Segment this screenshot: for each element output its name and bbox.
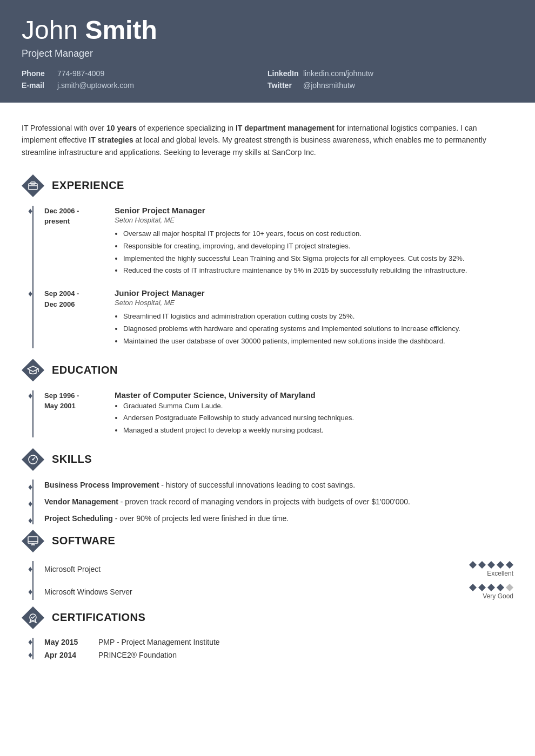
edu1-bullet-1: Graduated Summa Cum Laude. (123, 401, 513, 412)
phone-contact: Phone 774-987-4009 (22, 69, 268, 78)
experience-item-2: Sep 2004 -Dec 2006 Junior Project Manage… (44, 288, 513, 348)
dot-4 (497, 584, 504, 591)
cert-item-1: May 2015 PMP - Project Management Instit… (44, 638, 513, 646)
last-name: Smith (85, 16, 157, 44)
job1-date: Dec 2006 -present (44, 206, 104, 278)
first-name: John (22, 16, 85, 44)
skills-header: SKILLS (22, 448, 513, 471)
phone-value: 774-987-4009 (57, 69, 104, 78)
job1-bullets: Oversaw all major hospital IT projects f… (115, 228, 513, 276)
job2-date: Sep 2004 -Dec 2006 (44, 288, 104, 348)
experience-section: EXPERIENCE Dec 2006 -present Senior Proj… (22, 174, 513, 348)
dot-3 (487, 584, 495, 591)
certifications-icon (22, 606, 44, 629)
software1-name: Microsoft Project (44, 565, 469, 573)
cert1-name: PMP - Project Management Institute (98, 638, 220, 646)
resume-header: John Smith Project Manager Phone 774-987… (0, 0, 535, 103)
resume-main: IT Professional with over 10 years of ex… (0, 103, 535, 674)
education-icon (22, 359, 44, 382)
linkedin-value: linkedin.com/johnutw (303, 69, 373, 78)
summary-section: IT Professional with over 10 years of ex… (22, 113, 513, 169)
dot-2 (478, 561, 486, 569)
job1-bullet-4: Reduced the costs of IT infrastructure m… (123, 265, 513, 276)
contact-grid: Phone 774-987-4009 LinkedIn linkedin.com… (22, 69, 513, 90)
job2-bullet-2: Diagnosed problems with hardware and ope… (123, 323, 513, 335)
email-value: j.smith@uptowork.com (57, 81, 134, 90)
job2-bullet-1: Streamlined IT logistics and administrat… (123, 311, 513, 322)
twitter-label: Twitter (268, 81, 300, 90)
edu1-bullet-2: Andersen Postgraduate Fellowship to stud… (123, 413, 513, 424)
svg-rect-1 (31, 182, 35, 184)
software-icon (22, 530, 44, 552)
svg-marker-3 (28, 366, 38, 372)
education-item-1: Sep 1996 -May 2001 Master of Computer Sc… (44, 390, 513, 437)
experience-icon (22, 174, 44, 197)
edu1-degree: Master of Computer Science, University o… (115, 390, 513, 400)
email-label: E-mail (22, 81, 54, 90)
certifications-header: CERTIFICATIONS (22, 606, 513, 629)
cert-item-2: Apr 2014 PRINCE2® Foundation (44, 651, 513, 659)
software-item-2: Microsoft Windows Server Very Good (44, 584, 513, 600)
software2-name: Microsoft Windows Server (44, 588, 469, 596)
job1-bullet-1: Oversaw all major hospital IT projects f… (123, 228, 513, 240)
certifications-section: CERTIFICATIONS May 2015 PMP - Project Ma… (22, 606, 513, 659)
software2-dots (469, 584, 513, 591)
job2-content: Junior Project Manager Seton Hospital, M… (115, 288, 513, 348)
skills-icon (22, 448, 44, 471)
dot-2 (478, 584, 486, 591)
experience-title: EXPERIENCE (52, 179, 124, 192)
skills-list: Business Process Improvement - history o… (32, 480, 513, 524)
software2-label: Very Good (483, 592, 513, 600)
certifications-list: May 2015 PMP - Project Management Instit… (32, 638, 513, 659)
cert2-date: Apr 2014 (44, 651, 88, 659)
dot-3 (487, 561, 495, 569)
skill3-desc: - over 90% of projects led were finished… (113, 514, 289, 523)
software-section: SOFTWARE Microsoft Project Excellent (22, 530, 513, 600)
skill1-name: Business Process Improvement (44, 481, 159, 489)
edu1-bullet-3: Managed a student project to develop a w… (123, 425, 513, 436)
skill-item-1: Business Process Improvement - history o… (44, 480, 513, 491)
experience-item-1: Dec 2006 -present Senior Project Manager… (44, 206, 513, 278)
skill2-text: Vendor Management - proven track record … (44, 496, 410, 508)
svg-point-7 (32, 458, 34, 460)
linkedin-label: LinkedIn (268, 69, 300, 78)
software1-label: Excellent (487, 570, 513, 577)
cert1-date: May 2015 (44, 638, 88, 646)
edu1-date: Sep 1996 -May 2001 (44, 390, 104, 437)
job1-bullet-3: Implemented the highly successful Lean T… (123, 253, 513, 265)
edu1-content: Master of Computer Science, University o… (115, 390, 513, 437)
skill1-text: Business Process Improvement - history o… (44, 480, 355, 491)
job-title: Project Manager (22, 48, 513, 59)
job2-company: Seton Hospital, ME (115, 299, 513, 307)
skill3-name: Project Scheduling (44, 514, 113, 523)
job1-bullet-2: Responsible for creating, improving, and… (123, 241, 513, 252)
email-contact: E-mail j.smith@uptowork.com (22, 81, 268, 90)
svg-rect-8 (28, 537, 38, 543)
software-header: SOFTWARE (22, 530, 513, 552)
phone-label: Phone (22, 69, 54, 78)
job1-content: Senior Project Manager Seton Hospital, M… (115, 206, 513, 278)
software-list: Microsoft Project Excellent Microsoft Wi… (32, 561, 513, 600)
summary-text: IT Professional with over 10 years of ex… (22, 124, 486, 157)
skill2-name: Vendor Management (44, 497, 118, 506)
job2-title: Junior Project Manager (115, 288, 513, 298)
software-item-1: Microsoft Project Excellent (44, 561, 513, 577)
experience-timeline: Dec 2006 -present Senior Project Manager… (32, 206, 513, 348)
dot-1 (469, 561, 477, 569)
skill3-text: Project Scheduling - over 90% of project… (44, 513, 289, 524)
dot-1 (469, 584, 477, 591)
education-header: EDUCATION (22, 359, 513, 382)
dot-5 (506, 561, 513, 569)
skill1-desc: - history of successful innovations lead… (159, 481, 355, 489)
twitter-contact: Twitter @johnsmithutw (268, 81, 513, 90)
software1-dots (469, 561, 513, 569)
edu1-bullets: Graduated Summa Cum Laude. Andersen Post… (115, 401, 513, 436)
experience-header: EXPERIENCE (22, 174, 513, 197)
certifications-title: CERTIFICATIONS (52, 611, 145, 624)
education-section: EDUCATION Sep 1996 -May 2001 Master of C… (22, 359, 513, 437)
full-name: John Smith (22, 16, 513, 45)
dot-5 (506, 584, 513, 591)
software2-rating: Very Good (469, 584, 513, 600)
education-title: EDUCATION (52, 364, 118, 376)
twitter-value: @johnsmithutw (303, 81, 355, 90)
